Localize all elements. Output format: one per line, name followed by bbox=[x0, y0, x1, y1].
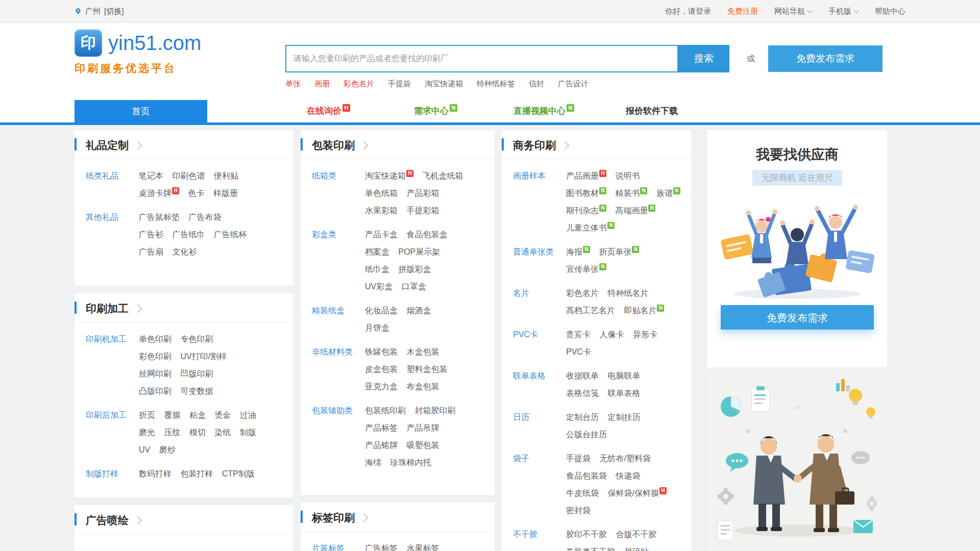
search-button[interactable]: 搜索 bbox=[678, 45, 729, 72]
category-link[interactable]: 制版打样 bbox=[86, 465, 139, 483]
product-link[interactable]: 烟酒盒 bbox=[406, 306, 431, 315]
product-link[interactable]: 高端画册N bbox=[615, 206, 655, 215]
product-link[interactable]: 拼版彩盒 bbox=[398, 265, 431, 273]
product-link[interactable]: 表格信笺 bbox=[566, 389, 599, 397]
product-link[interactable]: 便利贴 bbox=[214, 171, 238, 180]
product-link[interactable]: 易碎贴 bbox=[624, 547, 648, 551]
product-link[interactable]: 笔记本 bbox=[139, 171, 163, 180]
product-link[interactable]: 卷筒类不干胶 bbox=[566, 547, 615, 551]
product-link[interactable]: 儿童立体书N bbox=[566, 223, 615, 232]
product-link[interactable]: 贵宾卡 bbox=[566, 330, 591, 339]
product-link[interactable]: 手提彩箱 bbox=[406, 206, 439, 215]
logo[interactable]: 印 yin51.com 印刷服务优选平台 bbox=[75, 29, 201, 76]
product-link[interactable]: 样版册 bbox=[213, 189, 238, 197]
product-link[interactable]: 口罩盒 bbox=[402, 282, 426, 291]
product-link[interactable]: 文化衫 bbox=[172, 247, 197, 256]
switch-city-link[interactable]: [切换] bbox=[104, 7, 124, 16]
product-link[interactable]: 单色印刷 bbox=[139, 335, 172, 343]
category-link[interactable]: 纸箱类 bbox=[312, 167, 365, 219]
product-link[interactable]: 宣传单张N bbox=[566, 265, 606, 273]
product-link[interactable]: 食品包装盒 bbox=[406, 230, 447, 239]
nav-online-quote[interactable]: 在线询价H bbox=[307, 100, 350, 122]
product-link[interactable]: 期刊杂志N bbox=[566, 206, 606, 215]
category-link[interactable]: 片装标签 bbox=[312, 540, 365, 551]
product-link[interactable]: 牛皮纸袋 bbox=[566, 489, 599, 497]
product-link[interactable]: 产品标签 bbox=[365, 423, 398, 432]
product-link[interactable]: UV bbox=[139, 445, 150, 454]
product-link[interactable]: UV彩盒 bbox=[365, 282, 393, 291]
product-link[interactable]: 包装打样 bbox=[180, 469, 213, 478]
product-link[interactable]: 广告衫 bbox=[139, 230, 163, 239]
category-link[interactable]: 日历 bbox=[513, 409, 566, 443]
product-link[interactable]: 水果彩箱 bbox=[365, 206, 398, 215]
chevron-right-icon[interactable] bbox=[360, 514, 369, 522]
product-link[interactable]: PVC卡 bbox=[566, 347, 591, 356]
product-link[interactable]: 亚克力盒 bbox=[365, 382, 398, 391]
hot-keyword-link[interactable]: 手提袋 bbox=[388, 79, 411, 89]
publish-demand-button[interactable]: 免费发布需求 bbox=[768, 45, 883, 72]
product-link[interactable]: 桌游卡牌H bbox=[139, 189, 179, 197]
category-link[interactable]: 普通单张类 bbox=[513, 243, 566, 278]
product-link[interactable]: 粘盒 bbox=[189, 411, 206, 419]
product-link[interactable]: 凸版印刷 bbox=[139, 387, 172, 395]
product-link[interactable]: 高档工艺名片 bbox=[566, 306, 615, 315]
product-link[interactable]: 色卡 bbox=[188, 189, 204, 197]
nav-demand-center[interactable]: 需求中心N bbox=[414, 100, 457, 122]
hot-keyword-link[interactable]: 信封 bbox=[529, 79, 544, 89]
product-link[interactable]: 精装书N bbox=[615, 189, 647, 197]
help-center-link[interactable]: 帮助中心 bbox=[875, 7, 905, 16]
category-link[interactable]: 名片 bbox=[513, 285, 566, 319]
product-link[interactable]: 广告纸杯 bbox=[214, 230, 247, 239]
login-link[interactable]: 你好，请登录 bbox=[665, 7, 711, 16]
hot-keyword-link[interactable]: 彩色名片 bbox=[344, 79, 374, 89]
product-link[interactable]: 彩色名片 bbox=[566, 289, 599, 297]
product-link[interactable]: 可变数据 bbox=[180, 387, 213, 395]
product-link[interactable]: 折页单张N bbox=[599, 247, 639, 256]
product-link[interactable]: 密封袋 bbox=[566, 506, 591, 515]
product-link[interactable]: 说明书 bbox=[615, 171, 640, 180]
hot-keyword-link[interactable]: 特种纸标签 bbox=[477, 79, 515, 89]
product-link[interactable]: 产品卡盒 bbox=[365, 230, 398, 239]
product-link[interactable]: CTP制版 bbox=[222, 469, 255, 478]
product-link[interactable]: 产品铭牌 bbox=[365, 441, 398, 449]
product-link[interactable]: 广告标签 bbox=[365, 544, 398, 551]
product-link[interactable]: 布盒包装 bbox=[406, 382, 439, 391]
product-link[interactable]: 广告鼠标垫 bbox=[139, 213, 180, 221]
product-link[interactable]: 定制台历 bbox=[566, 413, 599, 421]
product-link[interactable]: 吸塑包装 bbox=[406, 441, 439, 449]
category-link[interactable]: 袋子 bbox=[513, 450, 566, 519]
product-link[interactable]: 广告纸巾 bbox=[172, 230, 205, 239]
product-link[interactable]: 族谱N bbox=[656, 189, 680, 197]
product-link[interactable]: 电脑联单 bbox=[607, 371, 640, 380]
product-link[interactable]: 磨纱 bbox=[159, 445, 176, 454]
product-link[interactable]: 档案盒 bbox=[365, 247, 389, 256]
hot-keyword-link[interactable]: 淘宝快递箱 bbox=[425, 79, 463, 89]
product-link[interactable]: 数码打样 bbox=[139, 469, 172, 478]
product-link[interactable]: 染纸 bbox=[214, 428, 231, 437]
product-link[interactable]: 异形卡 bbox=[633, 330, 657, 339]
product-link[interactable]: 模切 bbox=[189, 428, 206, 437]
category-link[interactable]: 联单表格 bbox=[513, 367, 566, 402]
product-link[interactable]: 单色纸箱 bbox=[365, 189, 398, 197]
nav-quote-software-download[interactable]: 报价软件下载 bbox=[626, 100, 678, 122]
product-link[interactable]: 水果标签 bbox=[406, 544, 439, 551]
category-link[interactable]: 包装辅助类 bbox=[312, 402, 365, 471]
product-link[interactable]: 制版 bbox=[240, 428, 256, 437]
product-link[interactable]: 广告扇 bbox=[139, 247, 163, 256]
category-link[interactable]: 彩盒类 bbox=[312, 226, 365, 295]
product-link[interactable]: 丝网印刷 bbox=[139, 369, 172, 378]
product-link[interactable]: 皮盒包装 bbox=[365, 365, 398, 373]
product-link[interactable]: 凹版印刷 bbox=[180, 369, 213, 378]
product-link[interactable]: 烫金 bbox=[214, 411, 231, 419]
category-link[interactable]: 非纸材料类 bbox=[312, 343, 365, 395]
product-link[interactable]: 即贴名片N bbox=[624, 306, 664, 315]
product-link[interactable]: 公版台挂历 bbox=[566, 430, 607, 439]
product-link[interactable]: 纸巾盒 bbox=[365, 265, 389, 273]
hot-keyword-link[interactable]: 广告设计 bbox=[558, 79, 589, 89]
product-link[interactable]: 包装纸印刷 bbox=[365, 406, 406, 415]
site-nav-dropdown[interactable]: 网站导航 bbox=[774, 7, 812, 16]
product-link[interactable]: POP展示架 bbox=[398, 247, 440, 256]
nav-home-tab[interactable]: 首页 bbox=[75, 100, 207, 122]
product-link[interactable]: 产品吊牌 bbox=[406, 423, 439, 432]
product-link[interactable]: 印刷色谱 bbox=[172, 171, 205, 180]
